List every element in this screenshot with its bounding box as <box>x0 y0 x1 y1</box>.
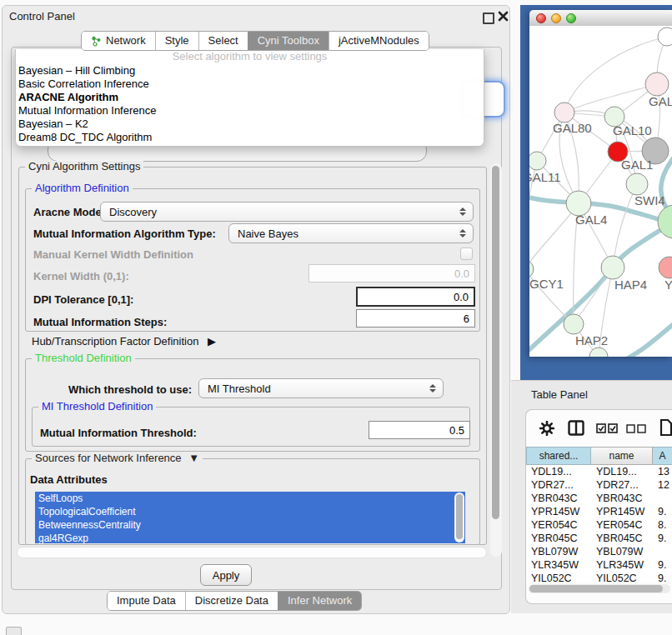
network-node[interactable] <box>658 205 672 238</box>
close-traffic-light-icon[interactable] <box>536 13 546 23</box>
mi-type-combobox[interactable]: Naive Bayes <box>228 223 474 243</box>
mi-steps-field[interactable] <box>356 309 475 328</box>
network-canvas[interactable]: GALGAL80GAL10GAL1GAL11SWI4GAL4GCY1HAP4YH… <box>529 26 672 357</box>
table-cell <box>653 492 672 505</box>
tab-cyni-toolbox[interactable]: Cyni Toolbox <box>248 32 328 50</box>
which-threshold-value: MI Threshold <box>208 382 271 395</box>
tab-label: Discretize Data <box>195 592 268 610</box>
tab-jactivemnodules[interactable]: jActiveMNodules <box>328 32 429 50</box>
tab-label: Style <box>165 32 189 50</box>
table-row[interactable]: YDL19...YDL19...13 <box>526 465 672 478</box>
table-cell <box>653 545 672 558</box>
settings-vertical-scrollbar[interactable] <box>490 163 502 557</box>
tab-select[interactable]: Select <box>198 32 248 50</box>
network-node-hap2[interactable] <box>564 314 584 334</box>
aracne-mode-combobox[interactable]: Discovery <box>100 202 474 222</box>
network-node-y[interactable] <box>659 257 672 278</box>
network-node[interactable] <box>658 28 672 46</box>
dropdown-item[interactable]: Basic Correlation Inference <box>16 78 484 91</box>
cyni-toolbox-pane: Select algorithm to view settings Bayesi… <box>11 47 502 590</box>
attribute-list-item[interactable]: gal4RGexp <box>35 532 465 543</box>
table-horizontal-scrollbar-thumb[interactable] <box>529 585 663 592</box>
dropdown-item[interactable]: ARACNE Algorithm <box>16 91 484 104</box>
network-node-gcy1[interactable] <box>529 260 534 278</box>
table-row[interactable]: YLR345WYLR345W9. <box>526 558 672 572</box>
tab-network[interactable]: Network <box>82 32 155 50</box>
tab-impute-data[interactable]: Impute Data <box>108 592 185 610</box>
hub-definition-toggle[interactable]: Hub/Transcription Factor Definition ▶ <box>32 335 216 348</box>
table-cell: YDR27... <box>526 478 591 492</box>
document-icon[interactable] <box>659 418 672 437</box>
resize-grip[interactable] <box>6 627 22 635</box>
data-attributes-label: Data Attributes <box>30 473 108 486</box>
attr-list-scrollbar[interactable] <box>454 492 464 542</box>
table-panel-title: Table Panel <box>531 388 588 401</box>
table-cell: YPR145W <box>591 505 653 518</box>
settings-horizontal-scrollbar[interactable] <box>17 547 487 558</box>
table-row[interactable]: YBR045CYBR045C9. <box>526 532 672 545</box>
column-header-shared[interactable]: shared... <box>526 447 591 465</box>
dropdown-item[interactable]: Mutual Information Inference <box>16 104 484 118</box>
tab-label: Select <box>208 32 238 50</box>
dropdown-item[interactable]: Bayesian – Hill Climbing <box>16 64 484 78</box>
kernel-width-field[interactable] <box>308 264 475 282</box>
attribute-list-item[interactable]: BetweennessCentrality <box>35 518 465 532</box>
table-row[interactable]: YIL052CYIL052C9. <box>526 572 672 582</box>
manual-kernel-checkbox[interactable] <box>460 248 473 260</box>
attribute-list-item[interactable]: TopologicalCoefficient <box>35 505 465 518</box>
table-toolbar <box>526 410 672 447</box>
tab-discretize-data[interactable]: Discretize Data <box>185 592 278 610</box>
table-cell: YBR045C <box>591 532 653 545</box>
column-header-a[interactable]: A <box>653 447 672 465</box>
settings-vertical-scrollbar-thumb[interactable] <box>492 166 499 519</box>
table-cell: YDL19... <box>591 465 653 478</box>
attribute-list-item[interactable]: SelfLoops <box>35 492 465 505</box>
network-node-gal11[interactable] <box>529 152 546 170</box>
dropdown-item[interactable]: Dream8 DC_TDC Algorithm <box>16 131 484 144</box>
apply-button[interactable]: Apply <box>200 564 252 586</box>
table-row[interactable]: YDR27...YDR27...12 <box>526 478 672 492</box>
tab-infer-network[interactable]: Infer Network <box>278 592 361 610</box>
attr-list-scrollbar-thumb[interactable] <box>456 494 463 539</box>
column-header-name[interactable]: name <box>591 447 653 465</box>
unchecked-checkboxes-icon[interactable] <box>626 424 646 433</box>
table-row[interactable]: YBR043CYBR043C <box>526 492 672 505</box>
table-cell: YER054C <box>526 518 591 532</box>
screen: Control Panel NetworkStyleSelectCyni Too… <box>0 0 672 635</box>
network-icon <box>91 36 102 47</box>
table-row[interactable]: YER054CYER054C8. <box>526 518 672 532</box>
sources-group-title[interactable]: Sources for Network Inference ▼ <box>32 452 203 464</box>
gear-icon[interactable] <box>539 421 554 436</box>
table-row[interactable]: YBL079WYBL079W <box>526 545 672 558</box>
which-threshold-combobox[interactable]: MI Threshold <box>198 378 444 398</box>
checked-checkboxes-icon[interactable] <box>596 423 618 433</box>
tab-label: Impute Data <box>117 592 176 610</box>
mi-threshold-field[interactable] <box>369 421 470 439</box>
float-window-icon[interactable] <box>483 12 494 24</box>
network-node-hap4[interactable] <box>601 256 624 279</box>
dpi-tolerance-field[interactable] <box>356 287 475 307</box>
zoom-traffic-light-icon[interactable] <box>566 13 576 23</box>
close-icon[interactable] <box>498 11 509 22</box>
desktop-background: GALGAL80GAL10GAL1GAL11SWI4GAL4GCY1HAP4YH… <box>520 5 672 380</box>
network-node-gal80[interactable] <box>554 102 574 122</box>
table-row[interactable]: YPR145WYPR145W9. <box>526 505 672 518</box>
mi-type-label: Mutual Information Algorithm Type: <box>33 228 216 240</box>
table-horizontal-scrollbar[interactable] <box>529 584 670 593</box>
table-cell: YER054C <box>591 518 653 532</box>
tab-label: Infer Network <box>288 592 352 610</box>
network-node-swi4[interactable] <box>626 173 648 195</box>
data-attributes-list: SelfLoopsTopologicalCoefficientBetweenne… <box>35 492 465 543</box>
split-columns-icon[interactable] <box>568 420 584 436</box>
table-cell: YBR043C <box>591 492 653 505</box>
dropdown-item[interactable]: Bayesian – K2 <box>16 118 484 131</box>
control-panel-window: Control Panel NetworkStyleSelectCyni Too… <box>2 5 510 614</box>
network-node-gal[interactable] <box>645 72 669 96</box>
network-window-titlebar[interactable] <box>529 10 672 27</box>
table-cell: YDL19... <box>526 465 591 478</box>
tab-style[interactable]: Style <box>155 32 198 50</box>
dropdown-placeholder: Select algorithm to view settings <box>16 49 484 64</box>
table-cell: YBL079W <box>591 545 653 558</box>
tab-label: jActiveMNodules <box>339 32 419 50</box>
minimize-traffic-light-icon[interactable] <box>551 13 561 23</box>
